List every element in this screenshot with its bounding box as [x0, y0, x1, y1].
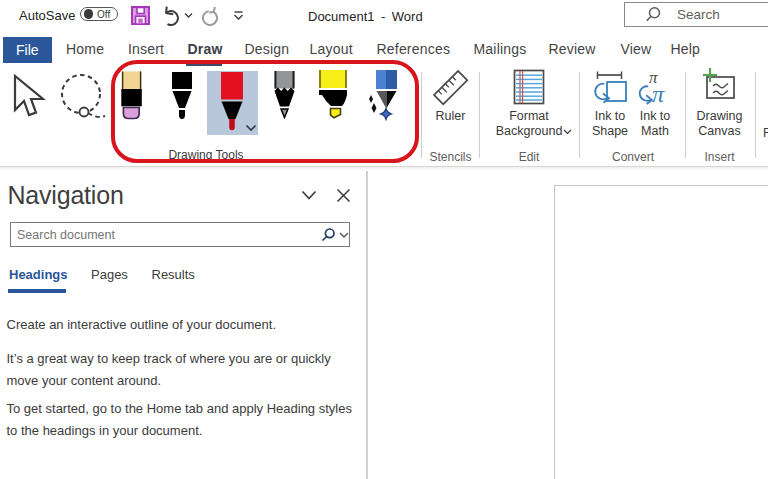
svg-text:π: π: [652, 81, 665, 105]
